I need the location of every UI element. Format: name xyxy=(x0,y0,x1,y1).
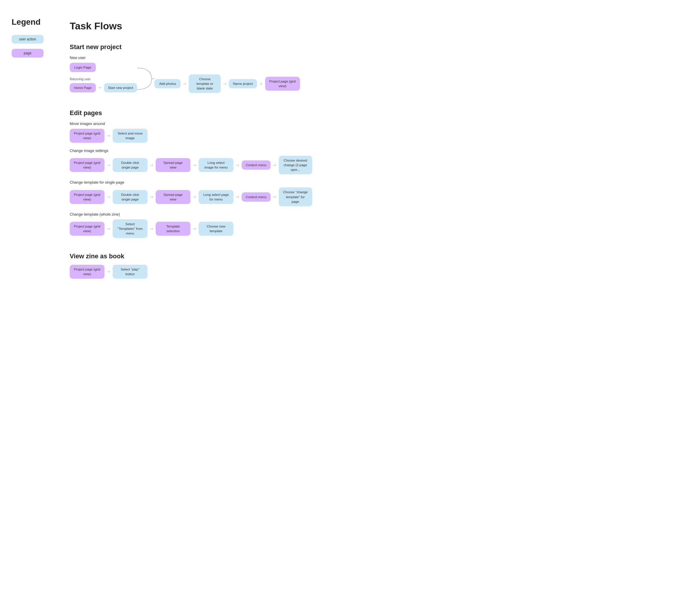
subsection-title-template-single: Change template for single page xyxy=(70,180,664,185)
arrow-whole-3: → xyxy=(190,226,199,231)
node-context-menu-img: Context menu xyxy=(241,160,271,170)
arrow-tpl-4: → xyxy=(233,194,241,200)
arrow-img-2: → xyxy=(148,162,156,168)
returning-user-label: Returning user xyxy=(70,77,91,81)
node-choose-new-template: Choose new template xyxy=(199,222,233,236)
page-title: Task Flows xyxy=(70,20,664,32)
legend-user-action-badge: user action xyxy=(12,35,44,44)
arrow-tpl-5: → xyxy=(271,194,279,200)
subsection-change-template-single: Change template for single page Project … xyxy=(70,180,664,206)
arrow-whole-2: → xyxy=(148,226,156,231)
arrow-img-5: → xyxy=(271,162,279,168)
node-double-click-tpl: Double click single page xyxy=(113,190,148,204)
subsection-move-images: Move images around Project page (grid vi… xyxy=(70,121,664,143)
node-project-grid-move: Project page (grid view) xyxy=(70,129,105,143)
node-add-photos: Add photos xyxy=(155,79,181,88)
node-select-move-image: Select and move image xyxy=(113,129,148,143)
node-project-grid-zine: Project page (grid view) xyxy=(70,265,105,279)
node-spread-page-img: Spread page view xyxy=(156,158,190,172)
arrow-img-1: → xyxy=(105,162,113,168)
node-long-select-page: Long select page for menu xyxy=(199,190,233,204)
legend-page-badge: page xyxy=(12,49,44,57)
section-view-zine: View zine as book Project page (grid vie… xyxy=(70,253,664,279)
node-context-menu-tpl: Context menu xyxy=(241,192,271,202)
section-title-view-zine: View zine as book xyxy=(70,253,664,260)
node-login-page: Login Page xyxy=(70,63,96,72)
arrow-home-start: → xyxy=(96,85,104,90)
merge-connector-svg xyxy=(137,63,155,95)
arrow-tpl-2: → xyxy=(148,194,156,200)
node-project-grid-whole: Project page (grid view) xyxy=(70,222,105,236)
subsection-title-image-settings: Change image settings xyxy=(70,149,664,153)
node-choose-template: Choose template or blank slate xyxy=(189,74,221,93)
node-project-grid-img: Project page (grid view) xyxy=(70,158,105,172)
node-choose-change-template: Choose "change template" for page xyxy=(279,188,312,206)
node-name-project: Name project xyxy=(229,79,257,88)
section-title-start: Start new project xyxy=(70,43,664,51)
arrow-img-3: → xyxy=(190,162,199,168)
arrow-name-project-page: → xyxy=(257,81,265,86)
node-double-click-img: Double click single page xyxy=(113,158,148,172)
section-title-edit: Edit pages xyxy=(70,109,664,117)
node-long-select-image: Long select image for menu xyxy=(199,158,233,172)
section-start-new-project: Start new project New user Login Page Re… xyxy=(70,43,664,95)
subsection-change-template-whole: Change template (whole zine) Project pag… xyxy=(70,212,664,238)
flow-move-images: Project page (grid view) → Select and mo… xyxy=(70,129,664,143)
node-template-selection: Template selection xyxy=(156,222,190,236)
arrow-img-4: → xyxy=(233,162,241,168)
flow-change-template-whole: Project page (grid view) → Select "Templ… xyxy=(70,219,664,238)
page-wrapper: Legend user action page Task Flows Start… xyxy=(0,0,676,311)
main-content: Task Flows Start new project New user Lo… xyxy=(70,17,664,293)
flow-view-zine: Project page (grid view) → Select "play"… xyxy=(70,265,664,279)
flow-change-template-single: Project page (grid view) → Double click … xyxy=(70,188,664,206)
legend: Legend user action page xyxy=(12,17,58,293)
legend-page-item: page xyxy=(12,49,58,57)
arrow-tpl-3: → xyxy=(190,194,199,200)
node-start-new-project: Start new project xyxy=(104,83,137,92)
flow-change-image: Project page (grid view) → Double click … xyxy=(70,156,664,174)
node-spread-page-tpl: Spread page view xyxy=(156,190,190,204)
node-home-page: Home Page xyxy=(70,83,96,92)
arrow-choose-name: → xyxy=(221,81,229,86)
node-project-page-grid-start: Project page (grid view) xyxy=(265,77,300,91)
subsection-title-template-whole: Change template (whole zine) xyxy=(70,212,664,216)
arrow-move-1: → xyxy=(105,133,113,138)
legend-title: Legend xyxy=(12,17,58,27)
subsection-new-user: New user Login Page Returning user xyxy=(70,55,664,95)
node-select-templates-menu: Select "Templates" from menu xyxy=(113,219,148,238)
subsection-title-move: Move images around xyxy=(70,121,664,126)
arrow-tpl-1: → xyxy=(105,194,113,200)
arrow-whole-1: → xyxy=(105,226,113,231)
subsection-title-new-user: New user xyxy=(70,55,664,60)
legend-user-action-item: user action xyxy=(12,35,58,44)
node-project-grid-tpl: Project page (grid view) xyxy=(70,190,105,204)
arrow-add-choose: → xyxy=(181,81,189,86)
section-edit-pages: Edit pages Move images around Project pa… xyxy=(70,109,664,238)
node-choose-desired-change: Choose desired change (2-page spre... xyxy=(279,156,312,174)
node-select-play-button: Select "play" button xyxy=(113,265,148,279)
subsection-change-image: Change image settings Project page (grid… xyxy=(70,149,664,174)
arrow-zine-1: → xyxy=(105,269,113,274)
